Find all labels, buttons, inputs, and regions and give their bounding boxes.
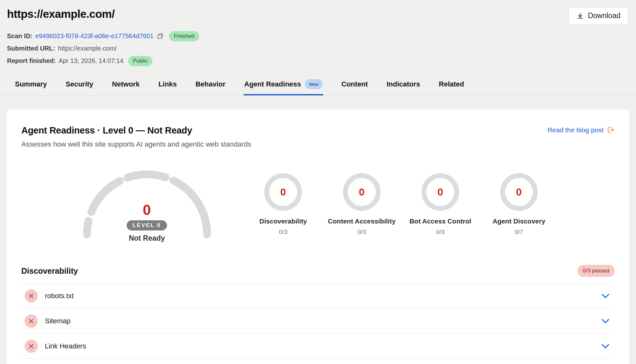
- category-score: 0: [516, 186, 522, 198]
- download-icon: [577, 12, 584, 19]
- category-count: 0/3: [436, 229, 444, 236]
- tab-summary[interactable]: Summary: [14, 77, 47, 95]
- external-link-icon: [607, 126, 615, 134]
- level-badge: LEVEL 0: [127, 220, 167, 230]
- gauge-center: 0 LEVEL 0 Not Ready: [78, 203, 216, 243]
- report-finished-label: Report finished:: [7, 57, 56, 65]
- check-label: robots.txt: [45, 292, 73, 300]
- check-label: Sitemap: [45, 317, 71, 325]
- score-ring: 0: [422, 173, 459, 211]
- tab-related[interactable]: Related: [438, 77, 465, 95]
- tab-security[interactable]: Security: [65, 77, 94, 95]
- check-label: Link Headers: [45, 342, 86, 350]
- tab-indicators[interactable]: Indicators: [386, 77, 421, 95]
- category-bot-access-control: 0 Bot Access Control 0/3: [401, 173, 480, 236]
- report-finished-row: Report finished: Apr 13, 2026, 14:07:14 …: [7, 55, 628, 67]
- tab-behavior[interactable]: Behavior: [195, 77, 226, 95]
- copy-scan-id-button[interactable]: [156, 33, 164, 39]
- scan-id-row: Scan ID: e9496023-f078-423f-a06e-e177564…: [7, 30, 628, 42]
- tab-agent-readiness[interactable]: Agent Readiness New: [244, 77, 324, 95]
- category-agent-discovery: 0 Agent Discovery 0/7: [480, 173, 558, 236]
- fail-icon: [24, 340, 38, 353]
- page-title: https://example.com/: [7, 8, 628, 20]
- copy-icon: [157, 33, 164, 39]
- chevron-down-icon[interactable]: [601, 318, 610, 324]
- category-content-accessibility: 0 Content Accessibility 0/3: [323, 173, 401, 236]
- tab-links[interactable]: Links: [158, 77, 177, 95]
- check-row-link-headers[interactable]: Link Headers: [21, 334, 615, 359]
- scores-row: 0 LEVEL 0 Not Ready 0 Discoverability 0/…: [21, 166, 615, 242]
- report-header: https://example.com/ Download Scan ID: e…: [0, 0, 636, 67]
- scan-meta: Scan ID: e9496023-f078-423f-a06e-e177564…: [7, 30, 628, 67]
- submitted-url-label: Submitted URL:: [7, 45, 55, 52]
- check-row-sitemap[interactable]: Sitemap: [21, 309, 615, 334]
- gauge-status: Not Ready: [78, 234, 216, 243]
- category-score: 0: [280, 186, 286, 198]
- new-badge: New: [305, 79, 323, 89]
- scan-id-label: Scan ID:: [7, 32, 32, 40]
- submitted-url-value: https://example.com/: [58, 45, 117, 52]
- visibility-badge: Public: [128, 56, 152, 66]
- category-score: 0: [359, 186, 365, 198]
- score-ring: 0: [500, 173, 538, 211]
- category-score: 0: [437, 186, 443, 198]
- report-tabs: Summary Security Network Links Behavior …: [0, 77, 636, 96]
- panel-head: Agent Readiness · Level 0 — Not Ready Re…: [21, 125, 615, 136]
- score-ring: 0: [343, 173, 381, 211]
- category-label: Content Accessibility: [328, 217, 396, 225]
- readiness-gauge: 0 LEVEL 0 Not Ready: [78, 166, 216, 242]
- submitted-url-row: Submitted URL: https://example.com/: [7, 42, 628, 55]
- fail-icon: [24, 289, 38, 303]
- category-label: Bot Access Control: [409, 217, 471, 225]
- section-head: Discoverability 0/3 passed: [21, 265, 615, 277]
- section-title: Discoverability: [21, 266, 78, 276]
- check-row-robots-txt[interactable]: robots.txt: [21, 284, 615, 309]
- category-label: Discoverability: [259, 217, 307, 225]
- download-label: Download: [588, 11, 620, 20]
- panel-title: Agent Readiness · Level 0 — Not Ready: [21, 125, 192, 136]
- category-discoverability: 0 Discoverability 0/3: [244, 173, 323, 236]
- blog-link-label: Read the blog post: [548, 126, 604, 134]
- chevron-down-icon[interactable]: [601, 343, 610, 349]
- scan-id-link[interactable]: e9496023-f078-423f-a06e-e177564d7601: [35, 32, 153, 40]
- tab-network[interactable]: Network: [111, 77, 140, 95]
- category-count: 0/7: [515, 229, 523, 236]
- download-button[interactable]: Download: [569, 7, 628, 24]
- chevron-down-icon[interactable]: [601, 293, 610, 299]
- report-finished-value: Apr 13, 2026, 14:07:14: [59, 57, 123, 65]
- tab-content[interactable]: Content: [341, 77, 368, 95]
- section-result-badge: 0/3 passed: [577, 265, 615, 277]
- fail-icon: [24, 314, 38, 328]
- gauge-score: 0: [78, 203, 216, 217]
- blog-post-link[interactable]: Read the blog post: [548, 126, 615, 134]
- category-count: 0/3: [279, 229, 287, 236]
- panel-subtitle: Assesses how well this site supports AI …: [21, 140, 615, 148]
- category-count: 0/3: [358, 229, 366, 236]
- score-ring: 0: [264, 173, 302, 211]
- status-badge: Finished: [169, 31, 199, 41]
- discoverability-section: Discoverability 0/3 passed robots.txt: [21, 265, 615, 359]
- agent-readiness-panel: Agent Readiness · Level 0 — Not Ready Re…: [6, 109, 630, 364]
- category-label: Agent Discovery: [493, 217, 545, 225]
